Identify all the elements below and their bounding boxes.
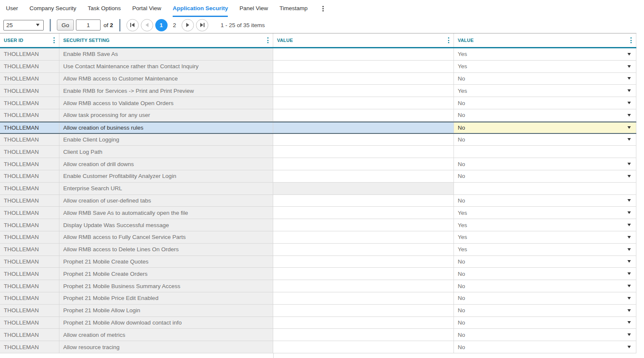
value-dropdown-cell[interactable]: No <box>454 170 636 182</box>
value-cell[interactable] <box>273 207 454 219</box>
value-cell[interactable] <box>273 158 454 170</box>
table-row[interactable]: THOLLEMANEnable RMB Save AsYes <box>0 48 636 61</box>
table-row[interactable]: THOLLEMANProphet 21 Mobile Allow LoginNo <box>0 305 636 317</box>
value-dropdown-cell[interactable]: Yes <box>454 48 636 60</box>
value-dropdown-cell[interactable]: No <box>454 341 636 353</box>
table-row[interactable]: THOLLEMANAllow RMB access to Customer Ma… <box>0 73 636 85</box>
value-dropdown-cell[interactable]: No <box>454 268 636 280</box>
value-dropdown-cell[interactable]: Yes <box>454 244 636 255</box>
column-menu-icon[interactable] <box>53 36 56 44</box>
table-row[interactable]: THOLLEMANAllow RMB access to Fully Cance… <box>0 231 636 244</box>
column-header-value-2[interactable]: VALUE <box>454 33 636 47</box>
value-dropdown-cell[interactable]: Yes <box>454 61 636 72</box>
table-row[interactable]: THOLLEMANClient Log Path <box>0 146 636 158</box>
last-page-button[interactable] <box>196 19 208 31</box>
value-cell[interactable] <box>273 280 454 292</box>
table-row[interactable]: THOLLEMANEnterprise Search URL <box>0 183 636 195</box>
value-cell[interactable] <box>273 341 454 353</box>
value-cell[interactable] <box>273 73 454 85</box>
page-size-select[interactable]: 25 <box>3 20 44 31</box>
go-button[interactable]: Go <box>57 19 74 31</box>
value-cell[interactable] <box>273 268 454 280</box>
value-cell[interactable] <box>273 48 454 60</box>
column-menu-icon[interactable] <box>630 36 633 44</box>
value-cell[interactable] <box>273 183 454 194</box>
value-dropdown-cell[interactable]: No <box>454 256 636 268</box>
tab-user[interactable]: User <box>6 0 18 17</box>
value-cell[interactable] <box>273 61 454 72</box>
table-row[interactable]: THOLLEMANProphet 21 Mobile Price Edit En… <box>0 292 636 305</box>
next-page-button[interactable] <box>182 19 194 31</box>
value-dropdown-cell[interactable]: No <box>454 195 636 207</box>
first-page-button[interactable] <box>126 19 139 31</box>
value-cell[interactable] <box>273 329 454 341</box>
value-cell[interactable] <box>273 97 454 109</box>
tab-panel-view[interactable]: Panel View <box>239 0 268 17</box>
table-row[interactable]: THOLLEMANUse Contact Maintenance rather … <box>0 61 636 73</box>
value-cell[interactable] <box>273 317 454 329</box>
table-row[interactable]: THOLLEMANProphet 21 Mobile Business Summ… <box>0 280 636 292</box>
table-row[interactable]: THOLLEMANEnable Customer Profitability A… <box>0 170 636 183</box>
column-header-security-setting[interactable]: SECURITY SETTING <box>59 33 273 47</box>
value-dropdown-cell[interactable]: Yes <box>454 231 636 243</box>
value-cell[interactable] <box>273 292 454 304</box>
value-cell[interactable] <box>273 146 454 158</box>
value-cell[interactable] <box>273 195 454 207</box>
previous-page-button[interactable] <box>141 19 153 31</box>
value-dropdown-cell[interactable]: No <box>454 305 636 316</box>
table-row[interactable]: THOLLEMANAllow RMB Save As to automatica… <box>0 207 636 219</box>
table-row[interactable]: THOLLEMANAllow resource tracingNo <box>0 341 636 353</box>
table-row[interactable]: THOLLEMANProphet 21 Mobile Allow downloa… <box>0 317 636 329</box>
value-dropdown-cell[interactable]: No <box>454 109 636 121</box>
value-dropdown-cell[interactable]: No <box>454 317 636 329</box>
value-dropdown-cell[interactable]: No <box>454 158 636 170</box>
tab-timestamp[interactable]: Timestamp <box>280 0 308 17</box>
value-dropdown-cell[interactable]: No <box>454 97 636 109</box>
table-row[interactable]: THOLLEMANProphet 21 Mobile Create Quotes… <box>0 256 636 268</box>
value-dropdown-cell[interactable]: No <box>454 134 636 146</box>
column-header-value[interactable]: VALUE <box>273 33 454 47</box>
value-cell[interactable] <box>273 134 454 146</box>
tab-task-options[interactable]: Task Options <box>88 0 121 17</box>
tab-application-security[interactable]: Application Security <box>173 0 228 17</box>
tab-overflow-menu-icon[interactable] <box>321 0 325 17</box>
table-row[interactable]: THOLLEMANAllow creation of user-defined … <box>0 195 636 207</box>
tab-company-security[interactable]: Company Security <box>30 0 76 17</box>
value-dropdown-cell[interactable]: No <box>454 329 636 341</box>
value-cell[interactable] <box>273 256 454 268</box>
table-row[interactable]: THOLLEMANAllow RMB access to Validate Op… <box>0 97 636 109</box>
value-dropdown-cell[interactable]: Yes <box>454 219 636 231</box>
column-menu-icon[interactable] <box>447 36 450 44</box>
value-dropdown-cell[interactable]: No <box>454 122 636 133</box>
value-cell[interactable] <box>273 305 454 316</box>
value-cell[interactable] <box>273 170 454 182</box>
value-dropdown-cell[interactable]: No <box>454 280 636 292</box>
table-row[interactable]: THOLLEMANDisplay Update Was Successful m… <box>0 219 636 231</box>
value-dropdown-cell[interactable]: Yes <box>454 207 636 219</box>
table-row[interactable]: THOLLEMANEnable RMB for Services -> Prin… <box>0 85 636 97</box>
tab-portal-view[interactable]: Portal View <box>132 0 161 17</box>
dropdown-arrow-icon <box>627 285 631 287</box>
table-row[interactable]: THOLLEMANAllow creation of metricsNo <box>0 329 636 341</box>
value-cell[interactable] <box>273 244 454 255</box>
value-cell[interactable] <box>273 85 454 97</box>
value-cell[interactable] <box>273 231 454 243</box>
value-dropdown-cell[interactable]: Yes <box>454 85 636 97</box>
page-number-input[interactable] <box>76 19 101 31</box>
value-cell[interactable] <box>273 122 454 133</box>
page-button-2[interactable]: 2 <box>173 22 176 28</box>
column-menu-icon[interactable] <box>266 36 269 44</box>
table-row[interactable]: THOLLEMANAllow RMB access to Delete Line… <box>0 244 636 256</box>
page-button-1[interactable]: 1 <box>155 19 168 31</box>
value-dropdown-cell[interactable]: No <box>454 73 636 85</box>
user-id-cell: THOLLEMAN <box>0 219 59 231</box>
table-row[interactable]: THOLLEMANAllow creation of drill downsNo <box>0 158 636 170</box>
table-row[interactable]: THOLLEMANEnable Client LoggingNo <box>0 134 636 146</box>
value-dropdown-cell[interactable]: No <box>454 292 636 304</box>
value-cell[interactable] <box>273 109 454 121</box>
value-cell[interactable] <box>273 219 454 231</box>
column-header-user-id[interactable]: USER ID <box>0 33 59 47</box>
table-row[interactable]: THOLLEMANProphet 21 Mobile Create Orders… <box>0 268 636 280</box>
table-row[interactable]: THOLLEMANAllow creation of business rule… <box>0 122 636 134</box>
table-row[interactable]: THOLLEMANAllow task processing for any u… <box>0 109 636 122</box>
